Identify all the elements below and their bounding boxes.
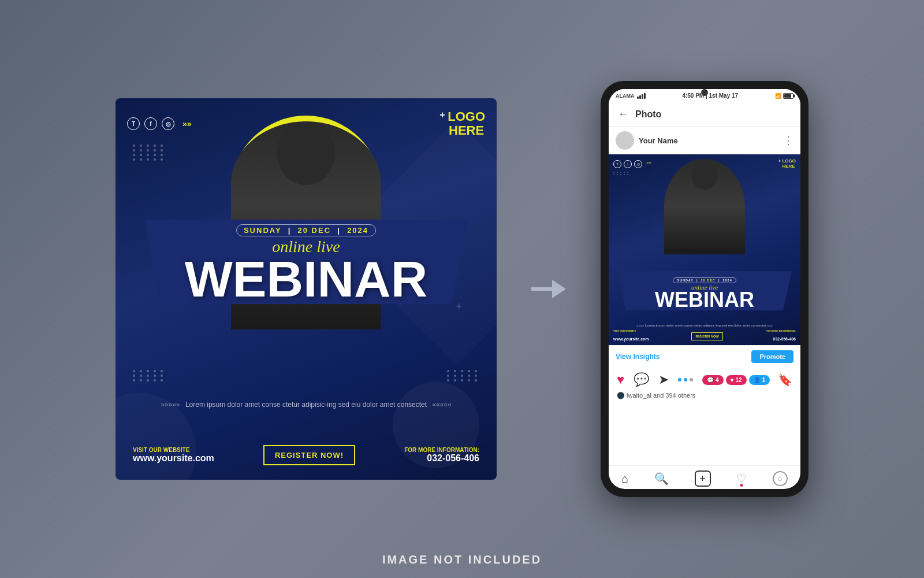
phone-nav-bar: ← Photo (609, 102, 800, 127)
pf-register-btn[interactable]: REGISTER NOW! (691, 332, 723, 340)
phone-banner-ribbon: SUNDAY | 20 DEC | 2024 online live WEBIN… (617, 271, 792, 310)
flyer-footer: VISIT OUR WEBSITE www.yoursite.com REGIS… (133, 445, 479, 465)
main-content: + + T f ◎ »» LOGO HERE (0, 81, 924, 497)
wifi-icon: 📶 (775, 93, 781, 99)
phone-mockup: ALAMA 4:50 PM | 1st May 17 📶 (601, 81, 808, 497)
post-user: Your Name (616, 131, 678, 150)
phone-event-date: SUNDAY | 20 DEC | 2024 (673, 277, 736, 283)
logo-line2: HERE (448, 124, 485, 138)
post-header: Your Name ⋮ (609, 127, 800, 154)
website-label: VISIT OUR WEBSITE (133, 447, 214, 453)
phone-description: »»»» Lorem ipsum dolor amet conse ctetur… (612, 323, 798, 328)
phone-footer-website: VISIT OUR WEBSITE www.yoursite.com (613, 329, 649, 343)
flyer-banner: SUNDAY | 20 DEC | 2024 online live WEBIN… (116, 220, 497, 381)
phone-webinar-text: WEBINAR (623, 291, 786, 309)
pf-phone-number: 032-056-406 (773, 337, 796, 341)
like-dot-1 (678, 378, 681, 381)
logo-line1: LOGO (448, 110, 485, 124)
webinar-flyer: + + T f ◎ »» LOGO HERE (116, 98, 497, 480)
phone-flyer-preview: T f ◎ »» LOGO HERE (609, 154, 800, 345)
phone-dots-1 (613, 172, 629, 175)
pf-website-url: www.yoursite.com (613, 337, 649, 341)
webinar-text: WEBINAR (156, 256, 456, 302)
arrows-right: ««««« (432, 401, 451, 409)
nav-heart-icon-container[interactable]: ♡ (736, 472, 747, 486)
notification-bubbles: 💬 4 ♥ 12 👤 1 (702, 375, 770, 385)
social-icons-group: T f ◎ »» (127, 117, 192, 130)
like-dots (678, 378, 693, 381)
pf-website-label: VISIT OUR WEBSITE (613, 329, 649, 332)
phone-person-body (664, 159, 745, 254)
phone-footer-phone: FOR MORE INFORMATION: 032-056-406 (766, 329, 796, 343)
instagram-icon: ◎ (162, 117, 174, 130)
description-text: Lorem ipsum dolor amet conse ctetur adip… (185, 401, 427, 409)
likes-text: 🌑 lwaito_al and 394 others (609, 392, 800, 402)
banner-ribbon: SUNDAY | 20 DEC | 2024 online live WEBIN… (144, 220, 468, 304)
person-head (277, 121, 335, 185)
comment-count-bubble: 💬 4 (702, 375, 724, 385)
flyer-description: »»»»» Lorem ipsum dolor amet conse ctetu… (116, 399, 497, 410)
facebook-icon: f (144, 117, 157, 130)
user-name: Your Name (639, 136, 678, 145)
phone-footer-mini: VISIT OUR WEBSITE www.yoursite.com REGIS… (613, 329, 796, 343)
website-url: www.yoursite.com (133, 453, 214, 463)
event-date: SUNDAY | 20 DEC | 2024 (236, 224, 376, 236)
action-bar: ♥ 💬 ➤ 💬 4 (609, 368, 800, 392)
right-arrow-icon (531, 275, 566, 303)
phone-number: 032-056-406 (427, 453, 479, 463)
user-avatar (616, 131, 634, 150)
date-year: 2024 (347, 226, 368, 235)
phone-label: FOR MORE INFORMATION: (404, 447, 479, 453)
comment-icon[interactable]: 💬 (634, 372, 649, 387)
date-date: 20 DEC (298, 226, 331, 235)
register-button[interactable]: REGISTER NOW! (263, 445, 355, 465)
nav-home-icon[interactable]: ⌂ (621, 472, 628, 486)
date-day: SUNDAY (244, 226, 281, 235)
battery-icon (783, 93, 793, 99)
more-options-icon[interactable]: ⋮ (783, 134, 793, 147)
nav-search-icon[interactable]: 🔍 (654, 472, 669, 486)
signal-bars (637, 93, 646, 99)
arrow-container (531, 275, 566, 303)
dots-top-left (133, 144, 165, 161)
double-arrow-icon: »» (182, 119, 192, 128)
carrier-name: ALAMA (616, 93, 635, 99)
phone-twitter-icon: T (613, 160, 621, 168)
like-count-bubble: ♥ 12 (726, 375, 747, 385)
status-right: 📶 (775, 93, 793, 99)
like-dot-2 (684, 378, 687, 381)
footer-phone: FOR MORE INFORMATION: 032-056-406 (404, 447, 479, 464)
status-time: 4:50 PM | 1st May 17 (682, 92, 738, 99)
phone-person (664, 159, 745, 254)
like-icon[interactable]: ♥ (617, 372, 624, 387)
share-icon[interactable]: ➤ (658, 372, 669, 387)
phone-notch (701, 89, 708, 96)
action-icons-left: ♥ 💬 ➤ 💬 4 (617, 372, 770, 387)
phone-device: ALAMA 4:50 PM | 1st May 17 📶 (601, 81, 808, 497)
heart-notification-dot (740, 484, 743, 487)
insights-bar: View Insights Promote (609, 345, 800, 368)
phone-logo: LOGO HERE (782, 159, 796, 169)
phone-logo-line2: HERE (782, 164, 796, 169)
arrows-left: »»»»» (161, 401, 180, 409)
nav-profile-icon[interactable]: ○ (773, 471, 788, 486)
phone-banner: SUNDAY | 20 DEC | 2024 online live WEBIN… (609, 271, 800, 310)
phone-facebook-icon: f (624, 160, 632, 168)
view-insights-link[interactable]: View Insights (616, 353, 660, 361)
phone-bottom-nav: ⌂ 🔍 + ♡ ○ (609, 465, 800, 489)
phone-double-arrow: »» (646, 160, 651, 168)
footer-website: VISIT OUR WEBSITE www.yoursite.com (133, 447, 214, 464)
phone-person-head (692, 162, 718, 190)
bottom-caption: IMAGE NOT INCLUDED (0, 553, 924, 566)
flyer-logo: LOGO HERE (448, 110, 485, 138)
promote-button[interactable]: Promote (751, 350, 793, 363)
phone-instagram-icon: ◎ (634, 160, 642, 168)
phone-screen: ALAMA 4:50 PM | 1st May 17 📶 (609, 89, 800, 489)
nav-title: Photo (635, 109, 661, 120)
back-arrow-icon[interactable]: ← (618, 108, 628, 120)
bookmark-icon[interactable]: 🔖 (778, 373, 792, 387)
page-container: + + T f ◎ »» LOGO HERE (0, 0, 924, 578)
nav-add-icon[interactable]: + (695, 470, 711, 487)
user-count-bubble: 👤 1 (749, 375, 770, 385)
status-left: ALAMA (616, 93, 646, 99)
